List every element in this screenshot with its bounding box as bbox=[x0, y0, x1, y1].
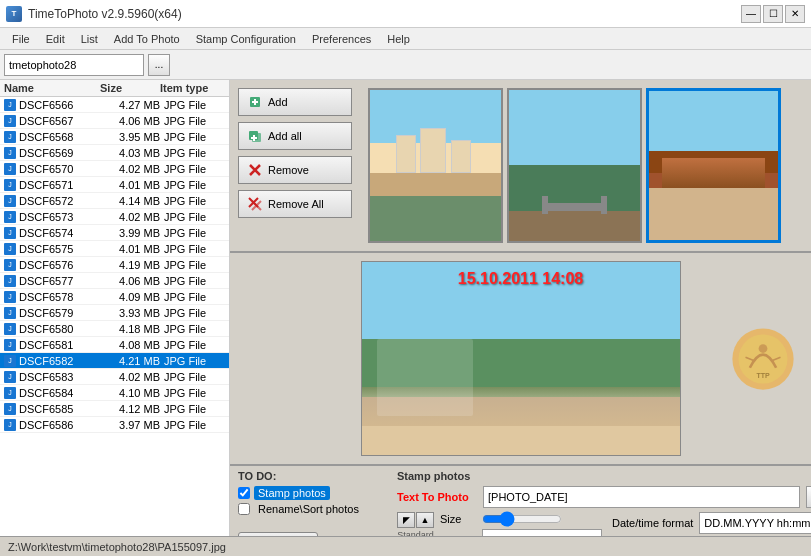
file-type: JPG File bbox=[160, 131, 225, 143]
folder-input[interactable] bbox=[4, 54, 144, 76]
file-list[interactable]: J DSCF6566 4.27 MB JPG File J DSCF6567 4… bbox=[0, 97, 229, 536]
file-row[interactable]: J DSCF6567 4.06 MB JPG File bbox=[0, 113, 229, 129]
file-row[interactable]: J DSCF6576 4.19 MB JPG File bbox=[0, 257, 229, 273]
menu-file[interactable]: File bbox=[4, 31, 38, 47]
file-type: JPG File bbox=[160, 403, 225, 415]
thumbnail-2[interactable] bbox=[507, 88, 642, 243]
file-type: JPG File bbox=[160, 147, 225, 159]
add-button[interactable]: Add bbox=[238, 88, 352, 116]
thumbnail-1[interactable] bbox=[368, 88, 503, 243]
file-icon: J bbox=[4, 211, 16, 223]
remove-button[interactable]: Remove bbox=[238, 156, 352, 184]
file-name: DSCF6583 bbox=[19, 371, 105, 383]
todo-item-stamp: Stamp photos bbox=[238, 486, 373, 500]
text-photo-input[interactable] bbox=[483, 486, 800, 508]
file-size: 4.02 MB bbox=[105, 371, 160, 383]
font-color-style-controls: Size Font Arial Times New Roman bbox=[440, 512, 602, 536]
top-area: Add Add all bbox=[230, 80, 811, 253]
menu-preferences[interactable]: Preferences bbox=[304, 31, 379, 47]
file-type: JPG File bbox=[160, 275, 225, 287]
file-size: 4.08 MB bbox=[105, 339, 160, 351]
remove-all-button[interactable]: Remove All bbox=[238, 190, 352, 218]
file-type: JPG File bbox=[160, 179, 225, 191]
add-all-button[interactable]: Add all bbox=[238, 122, 352, 150]
status-text: Z:\Work\testvm\timetophoto28\PA155097.jp… bbox=[8, 541, 226, 553]
file-row[interactable]: J DSCF6583 4.02 MB JPG File bbox=[0, 369, 229, 385]
menu-stamp-config[interactable]: Stamp Configuration bbox=[188, 31, 304, 47]
file-icon: J bbox=[4, 227, 16, 239]
add-all-icon bbox=[247, 128, 263, 144]
menu-help[interactable]: Help bbox=[379, 31, 418, 47]
file-row[interactable]: J DSCF6586 3.97 MB JPG File bbox=[0, 417, 229, 433]
move-up-button[interactable]: ▲ bbox=[416, 512, 434, 528]
menu-list[interactable]: List bbox=[73, 31, 106, 47]
file-icon: J bbox=[4, 147, 16, 159]
file-row[interactable]: J DSCF6572 4.14 MB JPG File bbox=[0, 193, 229, 209]
file-row[interactable]: J DSCF6577 4.06 MB JPG File bbox=[0, 273, 229, 289]
watermark-area: TTP bbox=[723, 261, 803, 456]
stamp-photos-label: Stamp photos bbox=[254, 486, 330, 500]
file-size: 3.99 MB bbox=[105, 227, 160, 239]
file-icon: J bbox=[4, 387, 16, 399]
file-size: 3.97 MB bbox=[105, 419, 160, 431]
datetime-select[interactable]: DD.MM.YYYY hh:mm MM/DD/YYYY hh:mm YYYY-M… bbox=[699, 512, 811, 534]
file-row[interactable]: J DSCF6574 3.99 MB JPG File bbox=[0, 225, 229, 241]
file-row[interactable]: J DSCF6569 4.03 MB JPG File bbox=[0, 145, 229, 161]
font-row: Font Arial Times New Roman Courier New bbox=[440, 529, 602, 536]
file-row[interactable]: J DSCF6570 4.02 MB JPG File bbox=[0, 161, 229, 177]
file-row[interactable]: J DSCF6581 4.08 MB JPG File bbox=[0, 337, 229, 353]
bottom-panel: TO DO: Stamp photos Rename\Sort photos bbox=[230, 464, 811, 536]
file-size: 4.01 MB bbox=[105, 179, 160, 191]
file-size: 4.10 MB bbox=[105, 387, 160, 399]
file-icon: J bbox=[4, 179, 16, 191]
file-icon: J bbox=[4, 419, 16, 431]
file-icon: J bbox=[4, 243, 16, 255]
file-row[interactable]: J DSCF6585 4.12 MB JPG File bbox=[0, 401, 229, 417]
file-row[interactable]: J DSCF6579 3.93 MB JPG File bbox=[0, 305, 229, 321]
file-icon: J bbox=[4, 99, 16, 111]
file-name: DSCF6572 bbox=[19, 195, 105, 207]
file-row[interactable]: J DSCF6584 4.10 MB JPG File bbox=[0, 385, 229, 401]
file-row[interactable]: J DSCF6568 3.95 MB JPG File bbox=[0, 129, 229, 145]
file-type: JPG File bbox=[160, 115, 225, 127]
rename-sort-checkbox[interactable] bbox=[238, 503, 250, 515]
file-row[interactable]: J DSCF6580 4.18 MB JPG File bbox=[0, 321, 229, 337]
maximize-button[interactable]: ☐ bbox=[763, 5, 783, 23]
col-header-size: Size bbox=[100, 82, 160, 94]
file-row[interactable]: J DSCF6575 4.01 MB JPG File bbox=[0, 241, 229, 257]
file-name: DSCF6566 bbox=[19, 99, 105, 111]
toolbar: ... bbox=[0, 50, 811, 80]
stamp-section-label: Stamp photos bbox=[397, 470, 811, 482]
file-row[interactable]: J DSCF6571 4.01 MB JPG File bbox=[0, 177, 229, 193]
file-type: JPG File bbox=[160, 419, 225, 431]
col-header-name: Name bbox=[4, 82, 100, 94]
file-type: JPG File bbox=[160, 259, 225, 271]
thumbnail-3[interactable] bbox=[646, 88, 781, 243]
file-panel: Name Size Item type J DSCF6566 4.27 MB J… bbox=[0, 80, 230, 536]
text-photo-row: Text To Photo ↺ bbox=[397, 486, 811, 508]
minimize-button[interactable]: — bbox=[741, 5, 761, 23]
file-name: DSCF6579 bbox=[19, 307, 105, 319]
file-type: JPG File bbox=[160, 243, 225, 255]
size-slider[interactable] bbox=[482, 512, 562, 526]
file-icon: J bbox=[4, 323, 16, 335]
font-select[interactable]: Arial Times New Roman Courier New bbox=[482, 529, 602, 536]
browse-button[interactable]: ... bbox=[148, 54, 170, 76]
close-button[interactable]: ✕ bbox=[785, 5, 805, 23]
file-row[interactable]: J DSCF6582 4.21 MB JPG File bbox=[0, 353, 229, 369]
text-photo-refresh-button[interactable]: ↺ bbox=[806, 486, 811, 508]
stamp-photos-checkbox[interactable] bbox=[238, 487, 250, 499]
file-row[interactable]: J DSCF6566 4.27 MB JPG File bbox=[0, 97, 229, 113]
file-size: 3.95 MB bbox=[105, 131, 160, 143]
todo-label: TO DO: bbox=[238, 470, 373, 482]
file-row[interactable]: J DSCF6578 4.09 MB JPG File bbox=[0, 289, 229, 305]
preview-container: 15.10.2011 14:08 bbox=[361, 261, 681, 456]
menu-edit[interactable]: Edit bbox=[38, 31, 73, 47]
move-up-left-button[interactable]: ◤ bbox=[397, 512, 415, 528]
file-size: 4.27 MB bbox=[105, 99, 160, 111]
file-name: DSCF6581 bbox=[19, 339, 105, 351]
menu-add-to-photo[interactable]: Add To Photo bbox=[106, 31, 188, 47]
remove-icon bbox=[247, 162, 263, 178]
file-row[interactable]: J DSCF6573 4.02 MB JPG File bbox=[0, 209, 229, 225]
text-photo-label: Text To Photo bbox=[397, 491, 477, 503]
